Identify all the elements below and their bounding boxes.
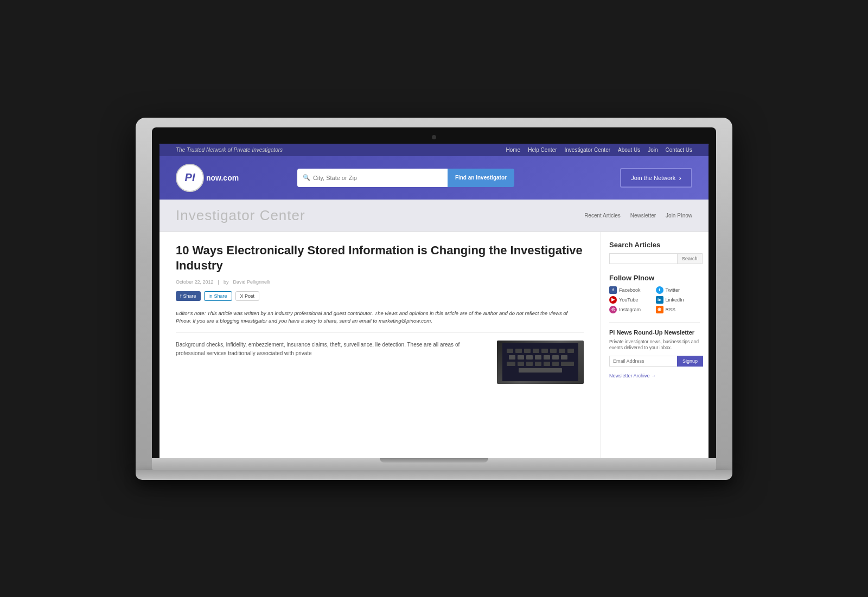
svg-rect-16: [507, 362, 515, 366]
social-instagram[interactable]: ◎ Instagram: [609, 306, 654, 313]
laptop-stand: [136, 470, 732, 480]
article-date: October 22, 2012: [176, 279, 214, 285]
site-header: PI now.com 🔍 Find an Investigator Join t…: [159, 156, 709, 200]
article-body-text: Background checks, infidelity, embezzlem…: [176, 341, 488, 384]
ic-nav-newsletter[interactable]: Newsletter: [630, 213, 656, 219]
search-area: 🔍 Find an Investigator: [297, 169, 514, 187]
svg-rect-3: [524, 349, 531, 353]
newsletter-email-input[interactable]: [609, 356, 677, 367]
newsletter-title: PI News Round-Up Newsletter: [609, 329, 700, 336]
facebook-label: Facebook: [619, 287, 641, 293]
svg-rect-23: [519, 368, 562, 373]
laptop-base: [152, 458, 716, 470]
location-search-input[interactable]: [313, 175, 442, 181]
facebook-share-button[interactable]: f Share: [176, 291, 201, 301]
laptop-wrapper: The Trusted Network of Private Investiga…: [136, 118, 732, 480]
youtube-icon: ▶: [609, 296, 617, 304]
linkedin-share-button[interactable]: in Share: [204, 291, 232, 301]
svg-rect-12: [535, 355, 541, 360]
social-linkedin[interactable]: in LinkedIn: [656, 296, 700, 304]
svg-rect-7: [559, 349, 565, 353]
svg-rect-1: [507, 349, 513, 353]
newsletter-desc: Private investigator news, business tips…: [609, 339, 700, 352]
instagram-label: Instagram: [619, 307, 641, 312]
svg-rect-9: [509, 355, 515, 360]
social-youtube[interactable]: ▶ YouTube: [609, 296, 654, 304]
svg-rect-8: [567, 349, 574, 353]
svg-rect-22: [561, 362, 574, 366]
follow-title: Follow PInow: [609, 274, 700, 282]
svg-rect-6: [550, 349, 557, 353]
search-articles-form: Search: [609, 253, 700, 264]
join-btn-area: Join the Network: [620, 168, 692, 188]
linkedin-icon: in: [656, 296, 663, 304]
instagram-icon: ◎: [609, 306, 617, 313]
join-network-button[interactable]: Join the Network: [620, 168, 692, 188]
top-nav: Home Help Center Investigator Center Abo…: [506, 147, 692, 153]
svg-rect-2: [515, 349, 522, 353]
logo-area: PI now.com: [176, 164, 239, 192]
newsletter-section: PI News Round-Up Newsletter Private inve…: [609, 322, 700, 380]
twitter-label: Twitter: [666, 287, 680, 293]
investigator-center-bar: Investigator Center Recent Articles News…: [159, 200, 709, 232]
newsletter-archive-link[interactable]: Newsletter Archive →: [609, 373, 656, 378]
investigator-center-title: Investigator Center: [176, 207, 305, 224]
social-grid: f Facebook t Twitter ▶ YouTube: [609, 286, 700, 313]
article-body-row: Background checks, infidelity, embezzlem…: [176, 341, 584, 384]
article-image: [497, 341, 584, 384]
newsletter-signup-button[interactable]: Signup: [677, 356, 703, 367]
sidebar: Search Articles Search Follow PInow f Fa…: [600, 232, 709, 458]
ic-subnav: Recent Articles Newsletter Join PInow: [584, 213, 692, 219]
social-twitter[interactable]: t Twitter: [656, 286, 700, 294]
search-articles-label: Search Articles: [609, 241, 700, 249]
main-content-area: 10 Ways Electronically Stored Informatio…: [159, 232, 709, 458]
social-facebook[interactable]: f Facebook: [609, 286, 654, 294]
laptop-outer: The Trusted Network of Private Investiga…: [136, 118, 732, 470]
logo-domain: now.com: [206, 174, 239, 182]
svg-rect-4: [533, 349, 539, 353]
ic-nav-recent-articles[interactable]: Recent Articles: [584, 213, 621, 219]
fb-icon: f: [180, 293, 182, 299]
article-main: 10 Ways Electronically Stored Informatio…: [159, 232, 600, 458]
svg-rect-13: [544, 355, 550, 360]
x-share-button[interactable]: X Post: [235, 291, 260, 301]
ic-nav-join-pinow[interactable]: Join PInow: [666, 213, 692, 219]
svg-rect-5: [541, 349, 548, 353]
rss-icon: ◉: [656, 306, 663, 313]
screen-bezel: The Trusted Network of Private Investiga…: [152, 127, 716, 458]
search-articles-input[interactable]: [609, 253, 677, 264]
rss-label: RSS: [666, 307, 676, 312]
search-input-wrap: 🔍: [297, 169, 448, 187]
twitter-icon: t: [656, 286, 663, 294]
svg-rect-19: [535, 362, 541, 366]
nav-home[interactable]: Home: [506, 147, 520, 153]
search-articles-button[interactable]: Search: [677, 253, 703, 264]
svg-rect-11: [526, 355, 533, 360]
facebook-icon: f: [609, 286, 617, 294]
linkedin-label: LinkedIn: [666, 297, 684, 303]
screen: The Trusted Network of Private Investiga…: [159, 144, 709, 458]
social-share-buttons: f Share in Share X Post: [176, 291, 584, 301]
site-topbar: The Trusted Network of Private Investiga…: [159, 144, 709, 156]
li-share-icon: in: [209, 293, 213, 299]
nav-investigator-center[interactable]: Investigator Center: [565, 147, 611, 153]
site-tagline: The Trusted Network of Private Investiga…: [176, 147, 283, 153]
svg-rect-21: [552, 362, 559, 366]
search-icon: 🔍: [303, 174, 310, 181]
find-investigator-button[interactable]: Find an Investigator: [448, 169, 514, 187]
follow-section: Follow PInow f Facebook t Twitter: [609, 274, 700, 313]
nav-help-center[interactable]: Help Center: [528, 147, 557, 153]
social-rss[interactable]: ◉ RSS: [656, 306, 700, 313]
svg-rect-17: [518, 362, 524, 366]
logo-icon: PI: [176, 164, 204, 192]
article-editor-note: Editor's note: This article was written …: [176, 310, 584, 333]
youtube-label: YouTube: [619, 297, 638, 303]
nav-join[interactable]: Join: [648, 147, 658, 153]
svg-rect-20: [544, 362, 550, 366]
nav-contact[interactable]: Contact Us: [666, 147, 692, 153]
nav-about[interactable]: About Us: [618, 147, 640, 153]
article-meta: October 22, 2012 | by David Pelligrinell…: [176, 279, 584, 285]
svg-rect-15: [561, 355, 567, 360]
svg-rect-14: [552, 355, 559, 360]
article-author: David Pelligrinelli: [233, 279, 270, 285]
